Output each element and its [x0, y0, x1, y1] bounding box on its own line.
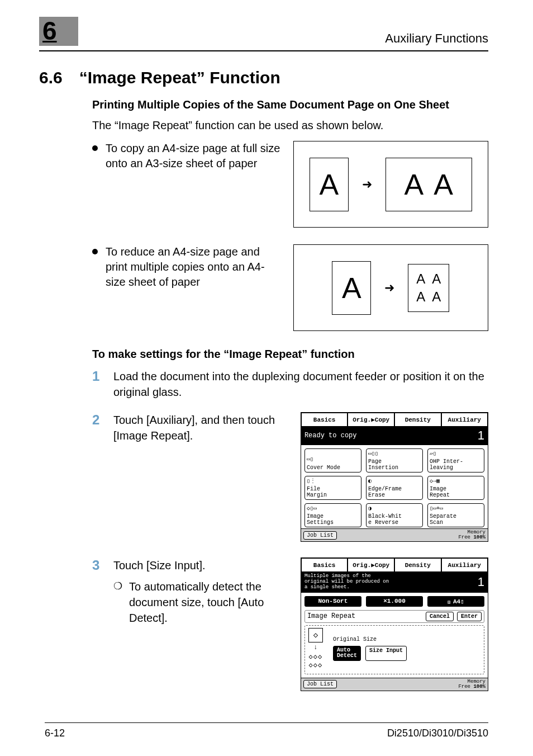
section-title: “Image Repeat” Function [79, 68, 280, 87]
chapter-tab: 6 [39, 17, 78, 46]
step-1-text: Load the document into the duplexing doc… [113, 368, 488, 400]
glyph-A: A [432, 289, 441, 305]
separate-scan-button[interactable]: ▯▭+▭Separate Scan [427, 503, 484, 527]
screenshot-auxiliary-menu: Basics Orig.▶Copy Density Auxiliary Read… [301, 412, 488, 542]
label: Black-Whit e Reverse [368, 514, 421, 526]
image-repeat-icon: ◇→▦ [430, 478, 482, 485]
substep-marker: ❍ [113, 579, 122, 626]
footer-rule [45, 722, 488, 723]
original-size-label: Original Size [333, 636, 480, 642]
paper-size-indicator: ▤ A4▯ [427, 596, 484, 607]
file-margin-button[interactable]: ▯⋮File Margin [304, 476, 361, 500]
bw-reverse-icon: ◑ [368, 505, 421, 513]
memory-indicator: MemoryFree 100% [458, 530, 486, 540]
ohp-icon: ▱▯ [430, 450, 482, 458]
edge-frame-erase-button[interactable]: ◐Edge/Frame Erase [366, 476, 423, 500]
tab-orig-copy[interactable]: Orig.▶Copy [348, 413, 394, 426]
ohp-interleaving-button[interactable]: ▱▯OHP Inter- leaving [427, 448, 484, 472]
tab-basics[interactable]: Basics [301, 413, 348, 426]
tab-orig-copy[interactable]: Orig.▶Copy [348, 558, 394, 571]
glyph-A: A [404, 168, 424, 201]
glyph-A: A [319, 168, 339, 201]
step-3-number: 3 [92, 557, 103, 626]
bullet-1-text: To copy an A4-size page at full size ont… [106, 141, 282, 171]
label: Separate Scan [430, 514, 482, 526]
glyph-A: A [432, 271, 441, 287]
job-list-button[interactable]: Job List [303, 680, 337, 688]
auto-detect-button[interactable]: Auto Detect [333, 646, 361, 661]
memory-indicator: MemoryFree 100% [458, 679, 486, 689]
size-input-button[interactable]: Size Input [365, 646, 407, 661]
section-number: 6.6 [39, 68, 63, 87]
step-1-number: 1 [92, 368, 103, 384]
image-settings-icon: ◇▯▭ [307, 505, 359, 513]
page-number: 6-12 [45, 727, 65, 739]
subheading-1: Printing Multiple Copies of the Same Doc… [92, 98, 488, 111]
diagram-2: A ➜ AA AA [293, 244, 488, 331]
status-text: Ready to copy [304, 432, 357, 440]
header-title: Auxiliary Functions [385, 31, 488, 46]
label: Image Repeat [430, 486, 482, 498]
non-sort-indicator: Non-Sort [304, 596, 361, 607]
step-3-text: Touch [Size Input]. [113, 557, 288, 573]
image-settings-button[interactable]: ◇▯▭Image Settings [304, 503, 361, 527]
copy-count: 1 [478, 428, 484, 443]
enter-button[interactable]: Enter [457, 612, 482, 621]
step-3-substep-text: To automatically detect the document siz… [129, 579, 288, 626]
separate-scan-icon: ▯▭+▭ [430, 505, 482, 513]
status-bar: Ready to copy 1 [301, 426, 488, 445]
tab-density[interactable]: Density [394, 413, 441, 426]
bullet-2-text: To reduce an A4-size page and print mult… [106, 244, 282, 290]
subheading-2: To make settings for the “Image Repeat” … [92, 348, 488, 361]
erase-icon: ◐ [368, 478, 421, 485]
model-numbers: Di2510/Di3010/Di3510 [387, 727, 488, 739]
repeat-diagram-icon: ◇ ↓ ◇◇◇◇◇◇ [308, 628, 323, 669]
label: OHP Inter- leaving [430, 459, 482, 471]
label: Image Settings [307, 514, 359, 526]
glyph-A: A [416, 271, 425, 287]
screenshot-image-repeat-panel: Basics Orig.▶Copy Density Auxiliary Mult… [301, 557, 488, 691]
intro-paragraph: The “Image Repeat” function can be used … [92, 118, 488, 133]
bw-reverse-button[interactable]: ◑Black-Whit e Reverse [366, 503, 423, 527]
tab-auxiliary[interactable]: Auxiliary [441, 558, 488, 571]
label: Cover Mode [307, 465, 359, 471]
bullet-dot [92, 145, 98, 151]
glyph-A: A [416, 289, 425, 305]
page-insertion-button[interactable]: ▭▯▯Page Insertion [366, 448, 423, 472]
glyph-A: A [342, 271, 361, 305]
chapter-number: 6 [42, 16, 57, 46]
zoom-indicator: ×1.000 [366, 596, 423, 607]
file-margin-icon: ▯⋮ [307, 478, 359, 485]
header-rule [39, 50, 488, 51]
step-2-number: 2 [92, 412, 103, 443]
step-2-text: Touch [Auxiliary], and then touch [Image… [113, 412, 288, 443]
cancel-button[interactable]: Cancel [426, 612, 454, 621]
status-bar: Multiple images of the original will be … [301, 571, 488, 593]
diagram-result-page: AA AA [408, 264, 449, 312]
cover-mode-icon: ▭▯ [307, 456, 359, 464]
label: Edge/Frame Erase [368, 486, 421, 498]
diagram-result-page: A A [386, 158, 472, 211]
tab-basics[interactable]: Basics [301, 558, 348, 571]
label: Page Insertion [368, 459, 421, 471]
diagram-source-page: A [332, 261, 371, 315]
tab-auxiliary[interactable]: Auxiliary [441, 413, 488, 426]
copy-count: 1 [478, 575, 484, 589]
image-repeat-button[interactable]: ◇→▦Image Repeat [427, 476, 484, 500]
tab-density[interactable]: Density [394, 558, 441, 571]
arrow-icon: ➜ [362, 177, 372, 192]
diagram-source-page: A [310, 158, 349, 211]
cover-mode-button[interactable]: ▭▯Cover Mode [304, 448, 361, 472]
diagram-1: A ➜ A A [293, 141, 488, 228]
panel-title: Image Repeat [307, 612, 355, 620]
glyph-A: A [434, 168, 453, 201]
job-list-button[interactable]: Job List [303, 531, 337, 540]
bullet-dot [92, 249, 98, 254]
arrow-icon: ➜ [384, 281, 394, 295]
page-insertion-icon: ▭▯▯ [368, 450, 421, 458]
status-text: Multiple images of the original will be … [304, 574, 389, 590]
label: File Margin [307, 486, 359, 498]
